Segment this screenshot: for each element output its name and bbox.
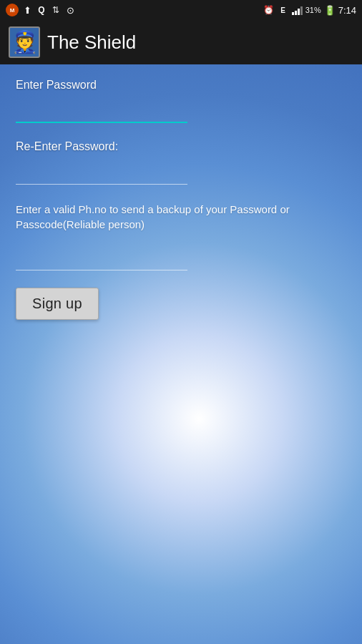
phone-input[interactable] (16, 245, 187, 270)
usb-icon: ⇅ (50, 4, 62, 16)
signal-bar-1 (292, 12, 294, 15)
signal-bar-4 (300, 6, 303, 15)
q-icon: Q (36, 4, 47, 16)
app-icon-1: M (6, 4, 19, 16)
signal-bar-2 (295, 11, 297, 15)
signal-e-icon: E (278, 4, 289, 16)
signup-button[interactable]: Sign up (16, 288, 99, 320)
re-enter-password-input[interactable] (16, 159, 187, 185)
battery-percent: 31% (305, 6, 321, 14)
phone-description: Enter a valid Ph.no to send a backup of … (16, 202, 345, 232)
alarm-icon: ⏰ (263, 4, 275, 16)
re-enter-password-section: Re-Enter Password: (16, 140, 346, 185)
status-bar-left: M ⬆ Q ⇅ ⊙ (6, 4, 76, 16)
re-enter-password-label: Re-Enter Password: (16, 140, 346, 153)
main-content: Enter Password Re-Enter Password: Enter … (0, 64, 362, 334)
password-section: Enter Password (16, 79, 346, 123)
signal-bar-3 (298, 9, 300, 15)
app-title: The Shield (47, 31, 136, 54)
upload-icon: ⬆ (21, 4, 33, 16)
signal-bars (292, 5, 303, 15)
app-header: 👮 The Shield (0, 20, 362, 64)
password-input[interactable] (16, 97, 187, 123)
android-icon: ⊙ (64, 4, 76, 16)
phone-section: Enter a valid Ph.no to send a backup of … (16, 202, 346, 320)
status-bar: M ⬆ Q ⇅ ⊙ ⏰ E 31% 🔋 7:14 (0, 0, 362, 20)
app-logo: 👮 (9, 26, 40, 58)
police-officer-icon: 👮 (11, 31, 38, 53)
password-label: Enter Password (16, 79, 346, 92)
status-bar-right: ⏰ E 31% 🔋 7:14 (263, 4, 356, 16)
battery-icon: 🔋 (324, 5, 336, 16)
status-time: 7:14 (338, 5, 356, 16)
